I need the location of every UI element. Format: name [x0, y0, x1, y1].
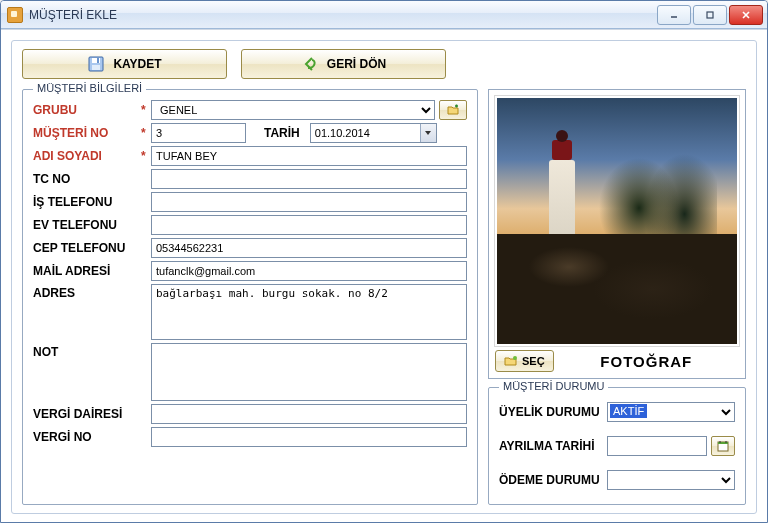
- odeme-durumu-combo[interactable]: [607, 470, 735, 490]
- label-tarih: TARİH: [264, 126, 300, 140]
- svg-rect-6: [92, 65, 100, 70]
- inner-panel: KAYDET GERİ DÖN MÜŞTERİ BİLGİLERİ: [11, 40, 757, 514]
- window-title: MÜŞTERİ EKLE: [29, 8, 117, 22]
- label-ev-tel: EV TELEFONU: [33, 218, 141, 232]
- label-adres: ADRES: [33, 284, 141, 300]
- titlebar: MÜŞTERİ EKLE: [1, 1, 767, 29]
- content-area: KAYDET GERİ DÖN MÜŞTERİ BİLGİLERİ: [1, 29, 767, 522]
- tc-no-input[interactable]: [151, 169, 467, 189]
- ev-telefonu-input[interactable]: [151, 215, 467, 235]
- minimize-button[interactable]: [657, 5, 691, 25]
- label-not: NOT: [33, 343, 141, 359]
- back-button[interactable]: GERİ DÖN: [241, 49, 446, 79]
- label-vergi-no: VERGİ NO: [33, 430, 141, 444]
- customer-info-legend: MÜŞTERİ BİLGİLERİ: [33, 82, 146, 94]
- not-input[interactable]: [151, 343, 467, 401]
- app-icon: [7, 7, 23, 23]
- label-musteri-no: MÜŞTERİ NO: [33, 126, 141, 140]
- adres-input[interactable]: [151, 284, 467, 340]
- maximize-button[interactable]: [693, 5, 727, 25]
- mail-input[interactable]: [151, 261, 467, 281]
- chevron-down-icon: [424, 129, 432, 137]
- photo-frame: SEÇ FOTOĞRAF: [488, 89, 746, 379]
- photo-select-button[interactable]: SEÇ: [495, 350, 554, 372]
- musteri-no-input[interactable]: [151, 123, 246, 143]
- save-icon: [87, 55, 105, 73]
- customer-info-fieldset: MÜŞTERİ BİLGİLERİ GRUBU * GENEL: [22, 89, 478, 505]
- uyelik-durumu-combo[interactable]: [607, 402, 735, 422]
- is-telefonu-input[interactable]: [151, 192, 467, 212]
- svg-rect-7: [97, 58, 99, 63]
- svg-rect-1: [707, 12, 713, 18]
- app-window: MÜŞTERİ EKLE: [0, 0, 768, 523]
- photo-caption: FOTOĞRAF: [554, 353, 739, 370]
- label-uyelik-durumu: ÜYELİK DURUMU: [499, 405, 607, 419]
- back-arrow-icon: [301, 55, 319, 73]
- ayrilma-calendar-button[interactable]: [711, 436, 735, 456]
- close-button[interactable]: [729, 5, 763, 25]
- label-grubu: GRUBU: [33, 103, 141, 117]
- svg-point-8: [513, 356, 517, 360]
- vergi-no-input[interactable]: [151, 427, 467, 447]
- tarih-input[interactable]: [310, 123, 437, 143]
- label-tc-no: TC NO: [33, 172, 141, 186]
- vergi-dairesi-input[interactable]: [151, 404, 467, 424]
- label-is-tel: İŞ TELEFONU: [33, 195, 141, 209]
- save-button-label: KAYDET: [113, 57, 161, 71]
- calendar-icon: [716, 439, 730, 453]
- back-button-label: GERİ DÖN: [327, 57, 386, 71]
- adi-soyadi-input[interactable]: [151, 146, 467, 166]
- save-button[interactable]: KAYDET: [22, 49, 227, 79]
- required-star: *: [141, 103, 151, 117]
- folder-open-icon: [504, 354, 518, 368]
- customer-status-legend: MÜŞTERİ DURUMU: [499, 380, 608, 392]
- ayrilma-tarihi-input[interactable]: [607, 436, 707, 456]
- folder-plus-icon: [446, 103, 460, 117]
- cep-telefonu-input[interactable]: [151, 238, 467, 258]
- photo-select-label: SEÇ: [522, 355, 545, 367]
- label-adi-soyadi: ADI SOYADI: [33, 149, 141, 163]
- label-vergi-dairesi: VERGİ DAİRESİ: [33, 407, 141, 421]
- grubu-combo[interactable]: GENEL: [151, 100, 435, 120]
- label-odeme-durumu: ÖDEME DURUMU: [499, 473, 607, 487]
- grubu-add-button[interactable]: [439, 100, 467, 120]
- label-ayrilma-tarihi: AYRILMA TARİHİ: [499, 439, 607, 453]
- customer-status-fieldset: MÜŞTERİ DURUMU ÜYELİK DURUMU AKTİF AYRIL…: [488, 387, 746, 505]
- label-mail: MAİL ADRESİ: [33, 264, 141, 278]
- tarih-dropdown-button[interactable]: [420, 124, 436, 142]
- label-cep-tel: CEP TELEFONU: [33, 241, 141, 255]
- customer-photo: [495, 96, 739, 346]
